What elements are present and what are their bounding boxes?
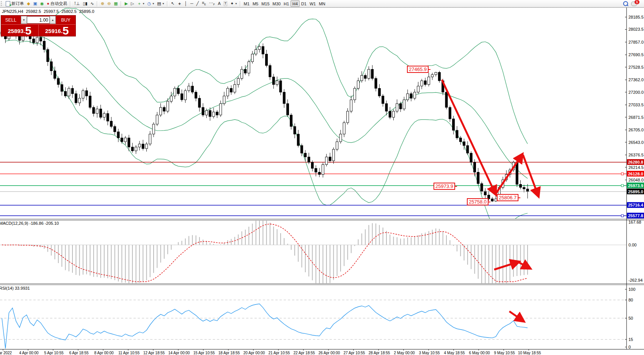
candle xyxy=(491,199,493,201)
chart-shift-icon: ▷ xyxy=(131,2,134,6)
signals-button[interactable]: ◉ xyxy=(39,0,46,7)
crosshair-tool-button[interactable]: ＋ xyxy=(176,0,183,7)
auto-trading-button[interactable]: ● 自动交易 xyxy=(45,0,69,7)
candle xyxy=(170,96,172,101)
candle xyxy=(329,157,331,161)
text-tool-button[interactable]: A xyxy=(217,0,222,7)
buy-price[interactable]: 25916.5 xyxy=(38,25,76,36)
sell-price[interactable]: 25893.5 xyxy=(1,25,38,36)
template-icon: ▤ xyxy=(157,2,161,6)
tile-windows-button[interactable]: ▦ xyxy=(112,0,119,7)
volume-increase-button[interactable]: ▲ xyxy=(50,16,56,24)
timeframe-button-M1[interactable]: M1 xyxy=(242,0,251,7)
timeframe-button-W1[interactable]: W1 xyxy=(308,0,317,7)
new-order-icon: + xyxy=(6,1,10,6)
svg-text:4 Apr 00:00: 4 Apr 00:00 xyxy=(19,351,39,355)
candle xyxy=(36,37,38,43)
bar-chart-type-button[interactable]: ⊺⊥ xyxy=(72,0,81,7)
candle xyxy=(276,81,278,85)
indicators-button[interactable]: ＋▾ xyxy=(136,0,146,7)
timeframe-button-H1[interactable]: H1 xyxy=(282,0,291,7)
axis-price-label: 25716.4 xyxy=(627,202,644,208)
candle xyxy=(188,86,190,91)
candle xyxy=(262,46,264,54)
svg-text:9 May 10:55: 9 May 10:55 xyxy=(494,351,515,355)
candle xyxy=(33,39,35,43)
timeframe-button-H4[interactable]: H4 xyxy=(291,0,300,7)
axis-price-label: 25895.0 xyxy=(627,189,644,194)
candle xyxy=(103,114,105,117)
templates-button[interactable]: ▤▾ xyxy=(156,0,165,7)
history-center-button[interactable]: ◆ xyxy=(25,0,31,7)
line-chart-type-button[interactable]: ∿ xyxy=(89,0,96,7)
auto-scroll-button[interactable]: ▶ xyxy=(123,0,129,7)
svg-text:4 May 18:55: 4 May 18:55 xyxy=(444,351,465,355)
periods-button[interactable]: ◷▾ xyxy=(146,0,156,7)
svg-text:27 Apr 10:55: 27 Apr 10:55 xyxy=(344,351,365,355)
text-label-tool-button[interactable]: T xyxy=(222,0,229,7)
price-callout[interactable]: 25758.0 xyxy=(467,198,488,205)
volume-input[interactable] xyxy=(27,16,50,24)
volume-decrease-button[interactable]: ▼ xyxy=(21,16,27,24)
community-button[interactable]: ▣ xyxy=(31,0,38,7)
buy-price-main: 25916 xyxy=(45,27,61,36)
svg-text:5 Apr 10:55: 5 Apr 10:55 xyxy=(44,351,64,355)
price-callout[interactable]: 25973.9 xyxy=(434,183,455,190)
vertical-line-tool-button[interactable]: │ xyxy=(183,0,189,7)
timeframe-button-M30[interactable]: M30 xyxy=(271,0,282,7)
candle xyxy=(343,123,345,134)
new-order-button[interactable]: + 新订单 xyxy=(4,0,25,7)
timeframe-button-M15[interactable]: M15 xyxy=(260,0,271,7)
search-button[interactable] xyxy=(622,0,630,7)
candle xyxy=(209,110,211,117)
sell-button[interactable]: SELL xyxy=(1,16,20,24)
sell-price-main: 25893 xyxy=(8,27,24,36)
cursor-tool-button[interactable]: ↖ xyxy=(170,0,176,7)
candle xyxy=(160,107,162,115)
svg-text:6 Apr 18:55: 6 Apr 18:55 xyxy=(69,351,89,355)
channel-tool-button[interactable]: ≡E xyxy=(200,0,207,7)
candlestick-type-button[interactable]: ▯▮ xyxy=(81,0,89,7)
svg-text:11 Apr 10:55: 11 Apr 10:55 xyxy=(118,351,140,355)
ohlc-open: 25982.5 xyxy=(26,9,41,14)
timeframe-button-D1[interactable]: D1 xyxy=(300,0,308,7)
candle xyxy=(308,157,310,162)
candle xyxy=(473,162,476,172)
chart-shift-button[interactable]: ▷ xyxy=(129,0,135,7)
timeframe-button-MN[interactable]: MN xyxy=(317,0,327,7)
candle xyxy=(96,109,98,114)
svg-text:15 Apr 10:55: 15 Apr 10:55 xyxy=(193,351,215,355)
svg-text:27528.5: 27528.5 xyxy=(628,65,644,69)
candle xyxy=(99,109,102,117)
svg-text:26214.5: 26214.5 xyxy=(628,165,644,170)
zoom-out-button[interactable]: ⊖ xyxy=(106,0,112,7)
zoom-in-button[interactable]: ⊕ xyxy=(99,0,106,7)
candle xyxy=(216,112,218,115)
timeframe-button-M5[interactable]: M5 xyxy=(251,0,260,7)
candle xyxy=(184,91,187,100)
notifications-button[interactable]: 1 xyxy=(630,0,639,7)
trendline-tool-button[interactable]: ╱ xyxy=(195,0,201,7)
price-callout[interactable]: 27465.9 xyxy=(407,66,429,73)
candle xyxy=(135,147,137,151)
candle xyxy=(230,88,232,92)
price-callout[interactable]: 25806.7 xyxy=(497,194,518,201)
candle xyxy=(64,92,66,96)
svg-text:20 Apr 00:00: 20 Apr 00:00 xyxy=(243,351,265,355)
fibonacci-tool-button[interactable]: ⋯F xyxy=(207,0,216,7)
svg-text:8 Apr 00:00: 8 Apr 00:00 xyxy=(94,351,114,355)
crosshair-icon: ＋ xyxy=(177,2,182,6)
candle xyxy=(280,81,282,92)
macd-values: -186.86 -205.10 xyxy=(29,221,59,226)
svg-text:Mar 2022: Mar 2022 xyxy=(0,351,12,355)
candle xyxy=(121,138,123,142)
shapes-tool-button[interactable]: ✦▾ xyxy=(229,0,238,7)
candle xyxy=(364,76,366,79)
chart-canvas[interactable]: 28185.528023.527857.027690.527528.527362… xyxy=(0,7,644,355)
vertical-line-icon: │ xyxy=(185,2,187,6)
buy-button[interactable]: BUY xyxy=(56,16,75,24)
horizontal-line-tool-button[interactable]: ─ xyxy=(189,0,195,7)
rsi-name: RSI(14) xyxy=(0,286,14,290)
svg-text:12 Apr 18:55: 12 Apr 18:55 xyxy=(143,351,165,355)
candle xyxy=(163,107,165,111)
